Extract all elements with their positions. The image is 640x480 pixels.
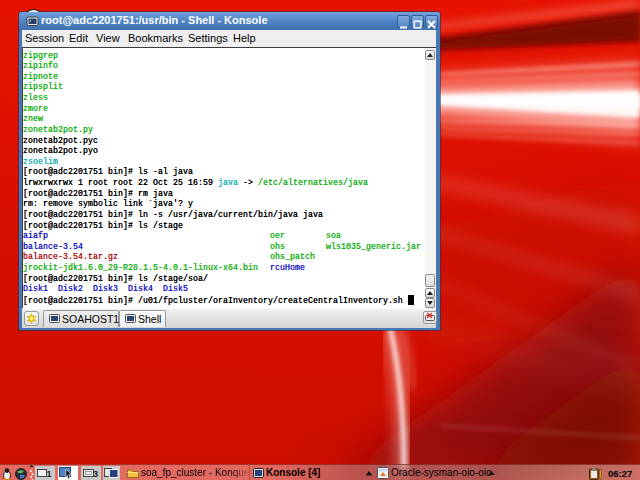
svg-text:1: 1 [47, 469, 52, 479]
svg-text:3: 3 [93, 469, 98, 479]
